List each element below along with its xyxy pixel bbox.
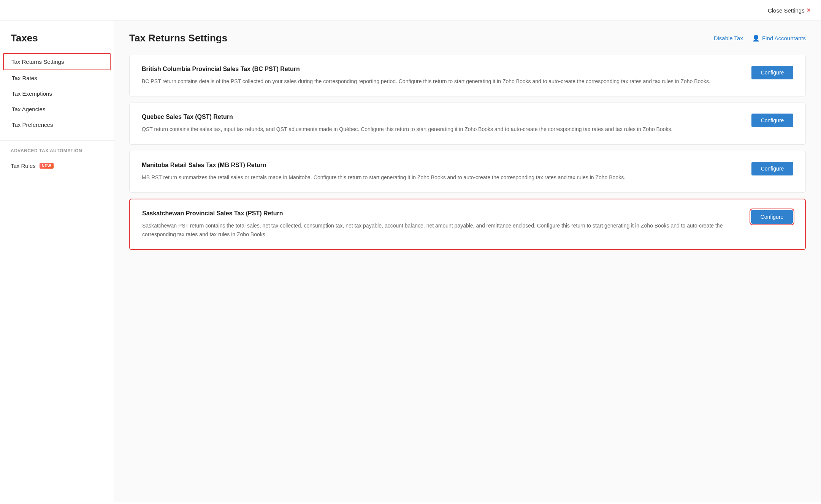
sidebar-item-tax-exemptions[interactable]: Tax Exemptions — [0, 86, 114, 101]
header-actions: Disable Tax 👤 Find Accountants — [714, 35, 806, 42]
sidebar-item-tax-preferences[interactable]: Tax Preferences — [0, 117, 114, 133]
tax-rules-label: Tax Rules — [11, 163, 36, 169]
qst-description: QST return contains the sales tax, input… — [142, 125, 736, 133]
sidebar-item-tax-rules[interactable]: Tax Rules NEW — [0, 158, 114, 174]
tax-return-card-bc-pst: British Columbia Provincial Sales Tax (B… — [129, 55, 806, 96]
sidebar-item-tax-rates[interactable]: Tax Rates — [0, 70, 114, 86]
user-icon: 👤 — [752, 35, 760, 42]
page-title: Tax Returns Settings — [129, 32, 227, 44]
advanced-section-label: ADVANCED TAX AUTOMATION — [0, 148, 114, 158]
configure-mb-rst-button[interactable]: Configure — [751, 162, 793, 175]
bc-pst-title: British Columbia Provincial Sales Tax (B… — [142, 66, 736, 73]
close-settings-label: Close Settings — [768, 7, 805, 14]
close-settings-button[interactable]: Close Settings × — [768, 7, 810, 14]
top-bar: Close Settings × — [0, 0, 821, 21]
sk-pst-description: Saskatchewan PST return contains the tot… — [142, 221, 736, 239]
tax-return-card-sk-pst: Saskatchewan Provincial Sales Tax (PST) … — [129, 199, 806, 250]
sidebar-item-tax-agencies[interactable]: Tax Agencies — [0, 101, 114, 117]
main-layout: Taxes Tax Returns Settings Tax Rates Tax… — [0, 21, 821, 502]
tax-return-card-mb-rst: Manitoba Retail Sales Tax (MB RST) Retur… — [129, 151, 806, 193]
mb-rst-title: Manitoba Retail Sales Tax (MB RST) Retur… — [142, 162, 736, 169]
sidebar-nav: Tax Returns Settings Tax Rates Tax Exemp… — [0, 53, 114, 133]
content-area: Tax Returns Settings Disable Tax 👤 Find … — [114, 21, 821, 502]
tax-return-card-qst: Quebec Sales Tax (QST) Return QST return… — [129, 103, 806, 144]
bc-pst-info: British Columbia Provincial Sales Tax (B… — [142, 66, 736, 85]
sidebar: Taxes Tax Returns Settings Tax Rates Tax… — [0, 21, 114, 502]
sk-pst-title: Saskatchewan Provincial Sales Tax (PST) … — [142, 210, 736, 217]
content-header: Tax Returns Settings Disable Tax 👤 Find … — [129, 32, 806, 44]
mb-rst-description: MB RST return summarizes the retail sale… — [142, 173, 736, 182]
qst-info: Quebec Sales Tax (QST) Return QST return… — [142, 114, 736, 133]
disable-tax-link[interactable]: Disable Tax — [714, 35, 743, 41]
sidebar-divider — [0, 140, 114, 141]
sidebar-item-tax-returns-settings[interactable]: Tax Returns Settings — [3, 53, 111, 70]
configure-qst-button[interactable]: Configure — [751, 114, 793, 127]
configure-bc-pst-button[interactable]: Configure — [751, 66, 793, 79]
new-badge: NEW — [40, 163, 54, 169]
find-accountants-label: Find Accountants — [762, 35, 806, 41]
configure-sk-pst-button[interactable]: Configure — [751, 210, 793, 224]
qst-title: Quebec Sales Tax (QST) Return — [142, 114, 736, 120]
find-accountants-link[interactable]: 👤 Find Accountants — [752, 35, 806, 42]
mb-rst-info: Manitoba Retail Sales Tax (MB RST) Retur… — [142, 162, 736, 182]
sk-pst-info: Saskatchewan Provincial Sales Tax (PST) … — [142, 210, 736, 239]
sidebar-title: Taxes — [0, 32, 114, 53]
close-icon: × — [807, 7, 810, 14]
bc-pst-description: BC PST return contains details of the PS… — [142, 77, 736, 85]
